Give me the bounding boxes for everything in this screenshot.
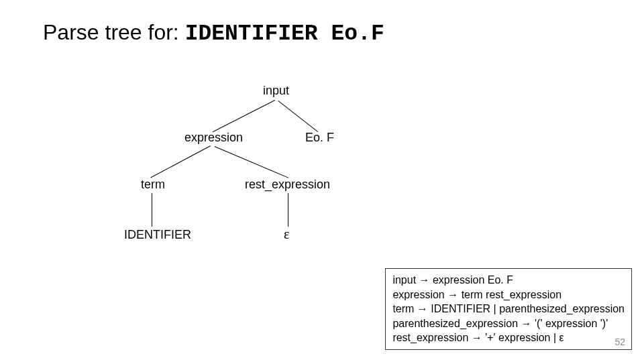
grammar-rule-5: rest_expression → '+' expression | ε (392, 330, 625, 345)
node-epsilon: ε (284, 227, 289, 242)
grammar-rule-4: parenthesized_expression → '(' expressio… (392, 316, 625, 331)
grammar-rule-1: input → expression Eo. F (392, 273, 625, 288)
edge-expression-rest (215, 146, 289, 178)
grammar-box: input → expression Eo. F expression → te… (385, 268, 632, 350)
node-input: input (263, 84, 289, 98)
page-number: 52 (614, 337, 625, 347)
page-title: Parse tree for: IDENTIFIER Eo.F (43, 20, 384, 46)
node-term: term (141, 178, 165, 192)
edge-expression-term (150, 145, 211, 178)
title-tokens: IDENTIFIER Eo.F (185, 21, 384, 46)
grammar-rule-2: expression → term rest_expression (392, 288, 625, 302)
node-eof: Eo. F (305, 131, 334, 145)
title-prefix: Parse tree for: (43, 20, 185, 44)
edge-term-identifier (152, 193, 152, 227)
edge-input-expression (213, 100, 275, 132)
grammar-rule-3: term → IDENTIFIER | parenthesized_expres… (392, 302, 625, 316)
node-expression: expression (184, 131, 243, 145)
edge-rest-epsilon (288, 193, 288, 227)
edge-input-eof (278, 101, 318, 132)
node-identifier: IDENTIFIER (124, 228, 191, 242)
node-rest-expression: rest_expression (245, 178, 330, 192)
